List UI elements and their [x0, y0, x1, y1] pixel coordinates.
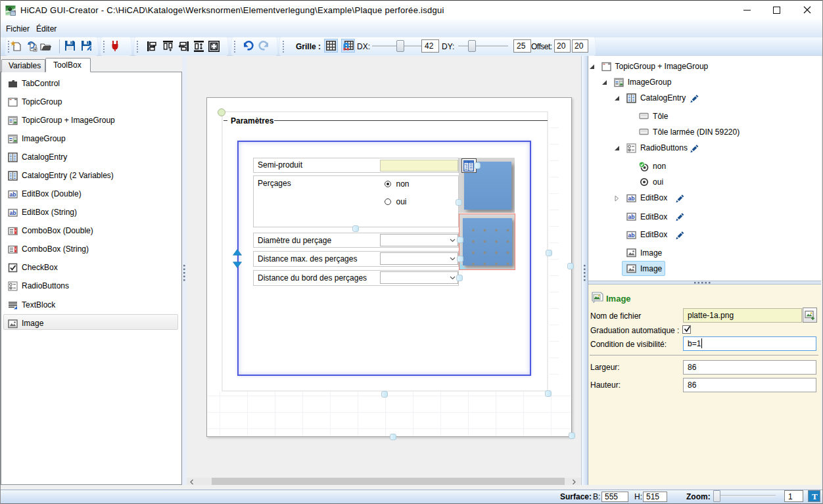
svg-text:ab: ab — [10, 210, 16, 216]
svg-text:ab: ab — [628, 232, 634, 239]
svg-text:ab: ab — [628, 214, 634, 220]
svg-text:ab: ab — [628, 195, 634, 202]
svg-text:ab: ab — [10, 191, 16, 198]
